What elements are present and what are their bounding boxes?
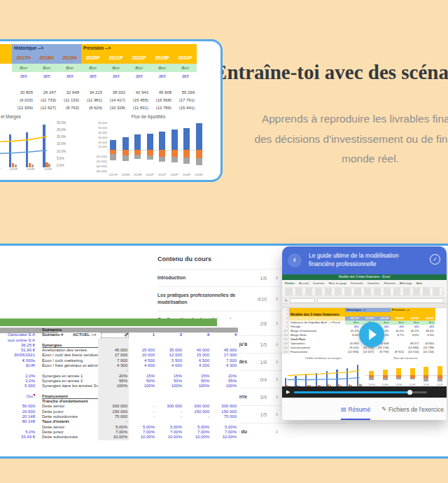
scenario-value-cell[interactable]: 4 000 bbox=[156, 363, 183, 368]
scenario-value-cell[interactable]: 35 000 bbox=[156, 348, 183, 353]
scenario-value-cell[interactable]: 10,00% bbox=[183, 435, 211, 440]
scenario-value-cell[interactable]: 12 000 bbox=[156, 353, 183, 358]
scenario-value-cell[interactable]: - bbox=[156, 414, 183, 419]
scenario-value-cell[interactable]: 10,00% bbox=[211, 435, 238, 440]
scenario-value-cell[interactable] bbox=[183, 338, 211, 343]
scenario-value-cell[interactable]: 5 500 bbox=[156, 358, 183, 363]
actuel-value-cell[interactable]: 7,00% bbox=[98, 430, 129, 435]
actuel-value-cell[interactable] bbox=[98, 394, 129, 399]
scenario-value-cell[interactable]: - bbox=[183, 414, 211, 419]
scenario-value-cell[interactable]: 100% bbox=[156, 384, 183, 388]
scenario-value-cell[interactable] bbox=[211, 343, 238, 348]
scenario-value-cell[interactable]: 100% bbox=[211, 384, 238, 388]
scenario-value-cell[interactable]: 7,00% bbox=[129, 430, 156, 435]
actuel-value-cell[interactable]: 75 000 bbox=[98, 414, 129, 419]
scenario-value-cell[interactable]: 6 500 bbox=[183, 358, 211, 363]
scenario-value-cell[interactable] bbox=[129, 419, 156, 424]
scenario-value-cell[interactable]: 7,00% bbox=[211, 430, 238, 435]
scenario-value-cell[interactable]: 150 000 bbox=[211, 410, 238, 414]
actuel-value-cell[interactable]: 4 300 bbox=[98, 363, 129, 368]
scenario-value-cell[interactable] bbox=[156, 343, 183, 348]
video-progress-bar[interactable] bbox=[294, 391, 427, 393]
scenario-value-cell[interactable] bbox=[183, 419, 211, 424]
actuel-value-cell[interactable]: 20% bbox=[98, 374, 129, 379]
scenario-value-cell[interactable]: 10 000 bbox=[129, 353, 156, 358]
scenario-value-cell[interactable]: 55% bbox=[211, 379, 238, 384]
scenario-value-cell[interactable]: 300 000 bbox=[156, 404, 183, 409]
actuel-value-cell[interactable]: 150 000 bbox=[98, 410, 129, 414]
scenario-value-cell[interactable]: 150 000 bbox=[183, 410, 211, 414]
scenario-value-cell[interactable]: 50% bbox=[183, 379, 211, 384]
scenario-value-cell[interactable] bbox=[129, 399, 156, 404]
scenario-value-cell[interactable] bbox=[156, 368, 183, 373]
scenario-value-cell[interactable]: 5,00% bbox=[211, 425, 238, 430]
scenario-value-cell[interactable]: 5,00% bbox=[156, 425, 183, 430]
scenario-value-cell[interactable] bbox=[211, 394, 238, 399]
scenario-value-cell[interactable]: 75 000 bbox=[211, 414, 238, 419]
scenario-value-cell[interactable]: 15% bbox=[183, 374, 211, 379]
scenario-value-cell[interactable]: - bbox=[129, 410, 156, 414]
ribbon-tab[interactable]: Révision bbox=[384, 281, 395, 285]
scenario-value-cell[interactable] bbox=[211, 389, 238, 394]
scenario-value-cell[interactable]: 7,00% bbox=[183, 430, 211, 435]
actuel-value-cell[interactable]: 5,00% bbox=[98, 425, 129, 430]
actuel-value-cell[interactable] bbox=[98, 399, 129, 404]
back-button[interactable]: ‹ bbox=[288, 253, 302, 267]
scenario-value-cell[interactable]: 100% bbox=[129, 384, 156, 388]
scenario-value-cell[interactable]: 50% bbox=[129, 379, 156, 384]
scenario-value-cell[interactable] bbox=[183, 394, 211, 399]
scenario-value-cell[interactable] bbox=[129, 368, 156, 373]
scenario-value-cell[interactable] bbox=[156, 394, 183, 399]
name-box[interactable] bbox=[290, 298, 315, 303]
scenario-value-cell[interactable]: 4 300 bbox=[211, 363, 238, 368]
scenario-value-cell[interactable]: 15% bbox=[129, 374, 156, 379]
scenario-value-cell[interactable] bbox=[211, 338, 238, 343]
actuel-value-cell[interactable]: 10,00% bbox=[98, 435, 129, 440]
ribbon-tab[interactable]: Fichier bbox=[285, 281, 295, 285]
scenario-value-cell[interactable] bbox=[129, 389, 156, 394]
scenario-value-cell[interactable] bbox=[129, 394, 156, 399]
ribbon-tab[interactable]: Affichage bbox=[400, 281, 412, 285]
scenario-value-cell[interactable]: 25 000 bbox=[129, 348, 156, 353]
actuel-value-cell[interactable]: 45 000 bbox=[98, 348, 129, 353]
ribbon-tab[interactable]: Accueil bbox=[299, 281, 309, 285]
scenario-value-cell[interactable]: 15 000 bbox=[183, 353, 211, 358]
ribbon-tab[interactable]: Insertion bbox=[313, 281, 324, 285]
ribbon-tab[interactable]: Formules bbox=[351, 281, 363, 285]
scenario-value-cell[interactable] bbox=[183, 399, 211, 404]
video-progress-knob[interactable] bbox=[407, 390, 412, 395]
actuel-value-cell[interactable] bbox=[98, 343, 129, 348]
scenario-value-cell[interactable] bbox=[156, 389, 183, 394]
scenario-value-cell[interactable]: 300 000 bbox=[211, 404, 238, 409]
actuel-value-cell[interactable] bbox=[98, 338, 129, 343]
ribbon-tab[interactable]: Aide bbox=[416, 281, 423, 285]
ribbon-tab[interactable]: Mise en page bbox=[328, 281, 346, 285]
scenario-input[interactable]: 4 bbox=[101, 332, 129, 337]
footer-tab-files[interactable]: ✎ Fichiers de l'exercice bbox=[382, 398, 444, 420]
actuel-value-cell[interactable]: - bbox=[98, 419, 129, 424]
scenario-value-cell[interactable] bbox=[211, 419, 238, 424]
scenario-value-cell[interactable] bbox=[183, 343, 211, 348]
scenario-value-cell[interactable] bbox=[156, 419, 183, 424]
scenario-value-cell[interactable]: 45 000 bbox=[211, 348, 238, 353]
play-button-overlay[interactable] bbox=[359, 322, 384, 347]
scenario-value-cell[interactable]: 20% bbox=[211, 374, 238, 379]
formula-input[interactable] bbox=[317, 298, 444, 303]
scenario-value-cell[interactable]: 4 000 bbox=[129, 363, 156, 368]
actuel-value-cell[interactable]: - bbox=[98, 368, 129, 373]
scenario-value-cell[interactable]: 40 000 bbox=[183, 348, 211, 353]
scenario-value-cell[interactable]: 5,00% bbox=[183, 425, 211, 430]
ribbon-tab[interactable]: Données bbox=[368, 281, 379, 285]
actuel-value-cell[interactable]: 300 000 bbox=[98, 404, 129, 409]
scenario-value-cell[interactable] bbox=[129, 338, 156, 343]
scenario-value-cell[interactable]: 50% bbox=[156, 379, 183, 384]
scenario-value-cell[interactable]: 7 000 bbox=[211, 358, 238, 363]
scenario-value-cell[interactable] bbox=[156, 338, 183, 343]
scenario-value-cell[interactable]: 4 500 bbox=[129, 358, 156, 363]
scenario-value-cell[interactable] bbox=[183, 368, 211, 373]
scenario-value-cell[interactable] bbox=[211, 368, 238, 373]
actuel-value-cell[interactable]: 100% bbox=[98, 384, 129, 388]
completed-check-icon[interactable]: ✓ bbox=[430, 254, 440, 265]
scenario-value-cell[interactable] bbox=[183, 389, 211, 394]
actuel-value-cell[interactable]: 55% bbox=[98, 379, 129, 384]
